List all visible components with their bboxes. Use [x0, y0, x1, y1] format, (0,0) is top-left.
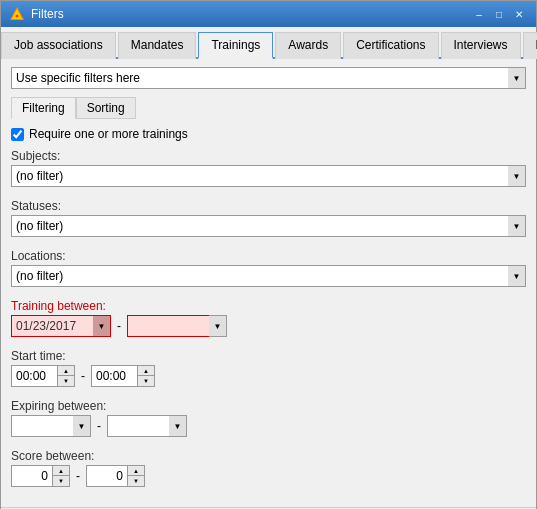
expiring-from-combo-wrapper: ▼ [11, 415, 91, 437]
title-bar-left: Filters [9, 6, 64, 22]
locations-dropdown-row: (no filter) ▼ [11, 265, 526, 287]
tab-awards[interactable]: Awards [275, 32, 341, 59]
subjects-dropdown-row: (no filter) ▼ [11, 165, 526, 187]
score-to-spinner: ▲ ▼ [86, 465, 145, 487]
locations-select[interactable]: (no filter) [11, 265, 526, 287]
training-from-select[interactable]: 01/23/2017 [11, 315, 111, 337]
start-time-to-spinner: ▲ ▼ [91, 365, 155, 387]
score-to-up[interactable]: ▲ [128, 466, 144, 476]
expiring-to-select[interactable] [107, 415, 187, 437]
close-button[interactable]: ✕ [510, 6, 528, 22]
start-time-label: Start time: [11, 349, 526, 363]
score-to-input[interactable] [87, 466, 127, 486]
svg-point-2 [16, 15, 19, 18]
start-time-dash: - [79, 369, 87, 383]
start-time-from-spinner: ▲ ▼ [11, 365, 75, 387]
training-between-row: 01/23/2017 ▼ - ▼ [11, 315, 526, 337]
subjects-combo-wrapper: (no filter) ▼ [11, 165, 526, 187]
tab-job-associations[interactable]: Job associations [1, 32, 116, 59]
sub-tab-filtering[interactable]: Filtering [11, 97, 76, 119]
subjects-label: Subjects: [11, 149, 526, 163]
training-between-dash: - [115, 319, 123, 333]
title-controls: – □ ✕ [470, 6, 528, 22]
filter-preset-select[interactable]: Use specific filters here [11, 67, 526, 89]
start-time-to-input[interactable] [92, 366, 137, 386]
locations-combo-wrapper: (no filter) ▼ [11, 265, 526, 287]
statuses-select[interactable]: (no filter) [11, 215, 526, 237]
maximize-button[interactable]: □ [490, 6, 508, 22]
training-between-label: Training between: [11, 299, 526, 313]
start-time-to-up[interactable]: ▲ [138, 366, 154, 376]
window-title: Filters [31, 7, 64, 21]
score-from-down[interactable]: ▼ [53, 476, 69, 486]
score-from-up[interactable]: ▲ [53, 466, 69, 476]
expiring-from-select[interactable] [11, 415, 91, 437]
tab-trainings[interactable]: Trainings [198, 32, 273, 59]
locations-section: Locations: (no filter) ▼ [11, 249, 526, 293]
app-icon [9, 6, 25, 22]
start-time-from-down[interactable]: ▼ [58, 376, 74, 386]
start-time-from-up[interactable]: ▲ [58, 366, 74, 376]
subjects-section: Subjects: (no filter) ▼ [11, 149, 526, 193]
expiring-between-dash: - [95, 419, 103, 433]
title-bar: Filters – □ ✕ [1, 1, 536, 27]
score-between-row: ▲ ▼ - ▲ ▼ [11, 465, 526, 487]
require-trainings-row: Require one or more trainings [11, 127, 526, 141]
statuses-combo-wrapper: (no filter) ▼ [11, 215, 526, 237]
score-between-label: Score between: [11, 449, 526, 463]
score-to-spinners: ▲ ▼ [127, 466, 144, 486]
expiring-to-combo-wrapper: ▼ [107, 415, 187, 437]
sub-tabs: Filtering Sorting [11, 97, 526, 119]
main-tabs: Job associations Mandates Trainings Awar… [1, 27, 536, 59]
content-area: Use specific filters here ▼ Filtering So… [1, 59, 536, 507]
training-to-combo-wrapper: ▼ [127, 315, 227, 337]
expiring-between-row: ▼ - ▼ [11, 415, 526, 437]
expiring-between-section: Expiring between: ▼ - ▼ [11, 399, 526, 443]
start-time-to-spinners: ▲ ▼ [137, 366, 154, 386]
start-time-section: Start time: ▲ ▼ - ▲ ▼ [11, 349, 526, 393]
start-time-to-down[interactable]: ▼ [138, 376, 154, 386]
start-time-from-spinners: ▲ ▼ [57, 366, 74, 386]
require-trainings-label: Require one or more trainings [29, 127, 188, 141]
tab-certifications[interactable]: Certifications [343, 32, 438, 59]
minimize-button[interactable]: – [470, 6, 488, 22]
tab-mandates[interactable]: Mandates [118, 32, 197, 59]
training-to-select[interactable] [127, 315, 227, 337]
start-time-row: ▲ ▼ - ▲ ▼ [11, 365, 526, 387]
tab-interviews[interactable]: Interviews [441, 32, 521, 59]
score-from-spinner: ▲ ▼ [11, 465, 70, 487]
score-from-input[interactable] [12, 466, 52, 486]
score-between-dash: - [74, 469, 82, 483]
score-between-section: Score between: ▲ ▼ - ▲ ▼ [11, 449, 526, 493]
training-between-section: Training between: 01/23/2017 ▼ - ▼ [11, 299, 526, 343]
locations-label: Locations: [11, 249, 526, 263]
training-from-combo-wrapper: 01/23/2017 ▼ [11, 315, 111, 337]
sub-tab-sorting[interactable]: Sorting [76, 97, 136, 119]
statuses-section: Statuses: (no filter) ▼ [11, 199, 526, 243]
filter-preset-combo-wrapper: Use specific filters here ▼ [11, 67, 526, 89]
score-from-spinners: ▲ ▼ [52, 466, 69, 486]
subjects-select[interactable]: (no filter) [11, 165, 526, 187]
start-time-from-input[interactable] [12, 366, 57, 386]
require-trainings-checkbox[interactable] [11, 128, 24, 141]
statuses-dropdown-row: (no filter) ▼ [11, 215, 526, 237]
filters-window: Filters – □ ✕ Job associations Mandates … [0, 0, 537, 509]
score-to-down[interactable]: ▼ [128, 476, 144, 486]
statuses-label: Statuses: [11, 199, 526, 213]
tab-relationships[interactable]: Relationships [523, 32, 537, 59]
expiring-between-label: Expiring between: [11, 399, 526, 413]
filter-combo-row: Use specific filters here ▼ [11, 67, 526, 89]
